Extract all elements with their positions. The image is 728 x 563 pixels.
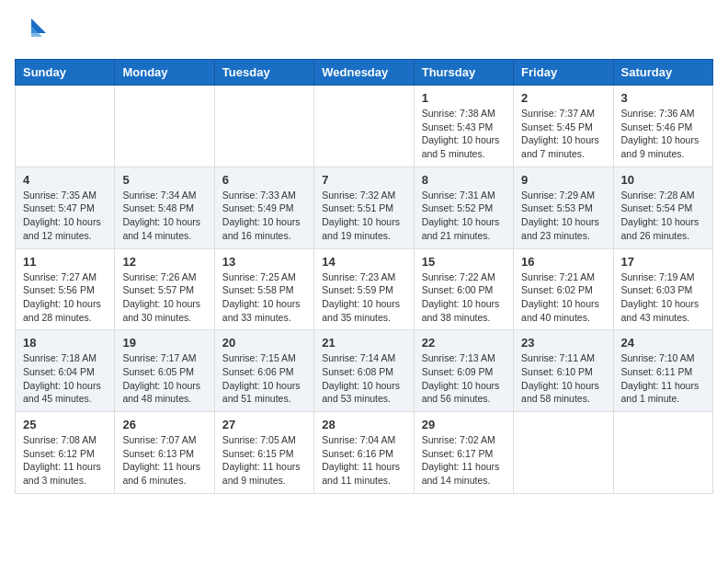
day-info: Sunrise: 7:11 AM Sunset: 6:10 PM Dayligh… [521, 351, 605, 406]
day-number: 24 [621, 336, 705, 350]
calendar-cell [214, 86, 313, 167]
calendar-cell: 8Sunrise: 7:31 AM Sunset: 5:52 PM Daylig… [414, 167, 513, 248]
day-info: Sunrise: 7:26 AM Sunset: 5:57 PM Dayligh… [122, 270, 206, 325]
day-of-week-header: Monday [115, 60, 214, 86]
logo-icon [15, 15, 48, 48]
day-number: 11 [23, 255, 107, 269]
day-number: 5 [122, 173, 206, 187]
calendar-header-row: SundayMondayTuesdayWednesdayThursdayFrid… [16, 60, 713, 86]
calendar-cell: 29Sunrise: 7:02 AM Sunset: 6:17 PM Dayli… [414, 412, 513, 494]
day-info: Sunrise: 7:38 AM Sunset: 5:43 PM Dayligh… [422, 107, 506, 161]
day-number: 2 [521, 91, 605, 105]
day-info: Sunrise: 7:05 AM Sunset: 6:15 PM Dayligh… [222, 433, 306, 488]
day-of-week-header: Thursday [414, 60, 513, 86]
day-info: Sunrise: 7:23 AM Sunset: 5:59 PM Dayligh… [322, 270, 405, 325]
day-info: Sunrise: 7:35 AM Sunset: 5:47 PM Dayligh… [23, 189, 107, 243]
calendar-week-row: 4Sunrise: 7:35 AM Sunset: 5:47 PM Daylig… [16, 167, 713, 248]
day-number: 12 [122, 255, 206, 269]
calendar-cell: 13Sunrise: 7:25 AM Sunset: 5:58 PM Dayli… [214, 248, 313, 330]
calendar-cell: 18Sunrise: 7:18 AM Sunset: 6:04 PM Dayli… [16, 330, 115, 412]
day-info: Sunrise: 7:10 AM Sunset: 6:11 PM Dayligh… [621, 351, 705, 406]
day-info: Sunrise: 7:15 AM Sunset: 6:06 PM Dayligh… [222, 351, 306, 406]
day-number: 8 [422, 173, 506, 187]
day-info: Sunrise: 7:17 AM Sunset: 6:05 PM Dayligh… [122, 351, 206, 406]
day-number: 26 [122, 418, 206, 431]
calendar-week-row: 11Sunrise: 7:27 AM Sunset: 5:56 PM Dayli… [16, 248, 713, 330]
day-number: 3 [621, 91, 705, 105]
calendar-cell: 3Sunrise: 7:36 AM Sunset: 5:46 PM Daylig… [613, 86, 712, 167]
calendar-week-row: 25Sunrise: 7:08 AM Sunset: 6:12 PM Dayli… [16, 412, 713, 494]
day-number: 16 [521, 255, 605, 269]
day-info: Sunrise: 7:27 AM Sunset: 5:56 PM Dayligh… [23, 270, 107, 325]
calendar-cell: 5Sunrise: 7:34 AM Sunset: 5:48 PM Daylig… [115, 167, 214, 248]
day-number: 22 [422, 336, 506, 350]
calendar-cell [16, 86, 115, 167]
calendar-cell [115, 86, 214, 167]
day-number: 9 [521, 173, 605, 187]
day-info: Sunrise: 7:21 AM Sunset: 6:02 PM Dayligh… [521, 270, 605, 325]
day-info: Sunrise: 7:08 AM Sunset: 6:12 PM Dayligh… [23, 433, 107, 488]
calendar-cell: 7Sunrise: 7:32 AM Sunset: 5:51 PM Daylig… [314, 167, 414, 248]
calendar-cell: 24Sunrise: 7:10 AM Sunset: 6:11 PM Dayli… [613, 330, 712, 412]
day-info: Sunrise: 7:37 AM Sunset: 5:45 PM Dayligh… [521, 107, 605, 161]
day-info: Sunrise: 7:02 AM Sunset: 6:17 PM Dayligh… [422, 433, 506, 488]
day-info: Sunrise: 7:04 AM Sunset: 6:16 PM Dayligh… [322, 433, 405, 488]
day-info: Sunrise: 7:07 AM Sunset: 6:13 PM Dayligh… [122, 433, 206, 488]
day-number: 10 [621, 173, 705, 187]
calendar-cell: 12Sunrise: 7:26 AM Sunset: 5:57 PM Dayli… [115, 248, 214, 330]
calendar-cell [314, 86, 414, 167]
calendar-cell: 4Sunrise: 7:35 AM Sunset: 5:47 PM Daylig… [16, 167, 115, 248]
day-number: 28 [322, 418, 405, 431]
day-number: 6 [222, 173, 306, 187]
day-number: 29 [422, 418, 506, 431]
calendar-cell: 20Sunrise: 7:15 AM Sunset: 6:06 PM Dayli… [214, 330, 313, 412]
day-number: 13 [222, 255, 306, 269]
day-info: Sunrise: 7:18 AM Sunset: 6:04 PM Dayligh… [23, 351, 107, 406]
day-info: Sunrise: 7:32 AM Sunset: 5:51 PM Dayligh… [322, 189, 405, 243]
calendar-table: SundayMondayTuesdayWednesdayThursdayFrid… [15, 59, 713, 494]
day-number: 17 [621, 255, 705, 269]
calendar-cell: 10Sunrise: 7:28 AM Sunset: 5:54 PM Dayli… [613, 167, 712, 248]
calendar-cell: 23Sunrise: 7:11 AM Sunset: 6:10 PM Dayli… [514, 330, 613, 412]
calendar-cell: 21Sunrise: 7:14 AM Sunset: 6:08 PM Dayli… [314, 330, 414, 412]
day-number: 23 [521, 336, 605, 350]
day-number: 7 [322, 173, 405, 187]
day-info: Sunrise: 7:29 AM Sunset: 5:53 PM Dayligh… [521, 189, 605, 243]
day-number: 27 [222, 418, 306, 431]
calendar-cell [514, 412, 613, 494]
calendar-cell: 27Sunrise: 7:05 AM Sunset: 6:15 PM Dayli… [214, 412, 313, 494]
day-info: Sunrise: 7:34 AM Sunset: 5:48 PM Dayligh… [122, 189, 206, 243]
calendar-cell: 1Sunrise: 7:38 AM Sunset: 5:43 PM Daylig… [414, 86, 513, 167]
calendar-cell: 2Sunrise: 7:37 AM Sunset: 5:45 PM Daylig… [514, 86, 613, 167]
calendar-cell: 19Sunrise: 7:17 AM Sunset: 6:05 PM Dayli… [115, 330, 214, 412]
day-info: Sunrise: 7:13 AM Sunset: 6:09 PM Dayligh… [422, 351, 506, 406]
day-of-week-header: Friday [514, 60, 613, 86]
day-info: Sunrise: 7:28 AM Sunset: 5:54 PM Dayligh… [621, 189, 705, 243]
day-info: Sunrise: 7:14 AM Sunset: 6:08 PM Dayligh… [322, 351, 405, 406]
day-number: 4 [23, 173, 107, 187]
calendar-cell: 16Sunrise: 7:21 AM Sunset: 6:02 PM Dayli… [514, 248, 613, 330]
calendar-cell: 11Sunrise: 7:27 AM Sunset: 5:56 PM Dayli… [16, 248, 115, 330]
day-number: 21 [322, 336, 405, 350]
calendar-cell: 17Sunrise: 7:19 AM Sunset: 6:03 PM Dayli… [613, 248, 712, 330]
day-info: Sunrise: 7:36 AM Sunset: 5:46 PM Dayligh… [621, 107, 705, 161]
day-info: Sunrise: 7:31 AM Sunset: 5:52 PM Dayligh… [422, 189, 506, 243]
day-info: Sunrise: 7:33 AM Sunset: 5:49 PM Dayligh… [222, 189, 306, 243]
calendar-week-row: 18Sunrise: 7:18 AM Sunset: 6:04 PM Dayli… [16, 330, 713, 412]
logo [15, 15, 53, 48]
day-of-week-header: Tuesday [214, 60, 313, 86]
day-number: 25 [23, 418, 107, 431]
day-number: 15 [422, 255, 506, 269]
day-of-week-header: Wednesday [314, 60, 414, 86]
calendar-cell: 25Sunrise: 7:08 AM Sunset: 6:12 PM Dayli… [16, 412, 115, 494]
calendar-week-row: 1Sunrise: 7:38 AM Sunset: 5:43 PM Daylig… [16, 86, 713, 167]
day-info: Sunrise: 7:19 AM Sunset: 6:03 PM Dayligh… [621, 270, 705, 325]
calendar-cell: 15Sunrise: 7:22 AM Sunset: 6:00 PM Dayli… [414, 248, 513, 330]
day-info: Sunrise: 7:22 AM Sunset: 6:00 PM Dayligh… [422, 270, 506, 325]
day-number: 18 [23, 336, 107, 350]
day-number: 1 [422, 91, 506, 105]
calendar-cell [613, 412, 712, 494]
calendar-cell: 22Sunrise: 7:13 AM Sunset: 6:09 PM Dayli… [414, 330, 513, 412]
day-number: 20 [222, 336, 306, 350]
day-number: 19 [122, 336, 206, 350]
